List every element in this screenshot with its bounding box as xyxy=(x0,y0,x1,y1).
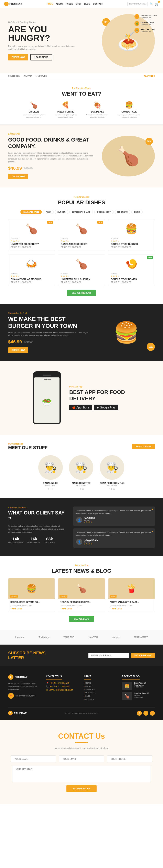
filter-all[interactable]: ALL CATEGORIES xyxy=(21,210,42,214)
newsletter-email-input[interactable] xyxy=(88,653,129,658)
staff-title: MEET OUR STUFF xyxy=(8,445,47,450)
filter-pizza[interactable]: PIZZA xyxy=(43,210,53,214)
contact-send-button[interactable]: SEND MESSAGE xyxy=(67,785,97,792)
staff-fb-icon-2[interactable]: f xyxy=(79,488,79,490)
category-combo[interactable]: 🍔 COMBO PACK Ipsum ipsum adipisicion plu… xyxy=(115,101,144,118)
filter-ice-cream[interactable]: ICE CREAM xyxy=(115,210,130,214)
youtube-link[interactable]: ▶ YOUTUBE xyxy=(36,75,47,77)
nav-link-about[interactable]: ABOUT xyxy=(56,3,63,5)
footer-link-about[interactable]: ABOUT xyxy=(84,685,117,687)
categories-tag: Top Popular Dishes xyxy=(8,87,155,89)
blog-card-1[interactable]: 🍔 24 DEC BEST BURGER IN YOUR BOI... ADMI… xyxy=(8,578,55,612)
newsletter-subscribe-button[interactable]: SUBSCRIBE NOW xyxy=(131,653,155,658)
category-pizza[interactable]: 🍕 PIZZA & DRINK Ipsum ipsum adipisicion … xyxy=(51,101,80,118)
dish-price-1: PRICE: $12.00-$18.00 xyxy=(11,246,52,248)
dish-card-4[interactable]: 🍛 COMBO ★★★★★ DHAKA POPULAR MOGHLIS PRIC… xyxy=(8,254,55,286)
staff-ig-icon-2[interactable]: in xyxy=(82,488,84,490)
author-name-1: PAVEN ROI xyxy=(84,517,95,519)
contact-message-input[interactable] xyxy=(12,766,151,782)
promo-order-button[interactable]: ORDER NOW xyxy=(8,347,28,353)
contact-subtitle: Ipsum ipsum adipisicion elit plurim adip… xyxy=(8,747,155,749)
hero-buttons: ORDER NOW LEARN MORE xyxy=(8,54,77,60)
promo-content: Special Snacks Pack WE MAKE THE BEST BUR… xyxy=(8,312,92,353)
search-input[interactable] xyxy=(127,2,148,6)
staff-tw-icon-2[interactable]: t xyxy=(80,488,81,490)
read-more-2[interactable]: + READ MORE xyxy=(60,608,103,610)
nav-link-pages[interactable]: PAGES xyxy=(66,3,73,5)
staff-tw-icon-3[interactable]: t xyxy=(111,488,112,490)
contact-name-input[interactable] xyxy=(11,755,56,763)
footer-link-services[interactable]: SERVICES xyxy=(84,688,117,690)
see-all-blog-button[interactable]: SEE ALL BLOG xyxy=(69,616,94,622)
nav-link-contact[interactable]: CONTACT xyxy=(93,3,103,5)
dish-image-2: 🍗 xyxy=(61,222,102,236)
twitter-link[interactable]: t TWITTER xyxy=(23,75,32,77)
hero-info-text-1: GREAT LOCATION adipisicion elit xyxy=(140,15,157,19)
blog-card-2[interactable]: 🍗 18 JAN 12 SPICY SEAFOOD RECIPES... ADM… xyxy=(58,578,105,612)
contact-phone-input[interactable] xyxy=(107,755,152,763)
search-icon[interactable]: 🔍 xyxy=(150,2,153,5)
author-name-2: RASALINA DE xyxy=(84,539,98,541)
staff-tw-icon[interactable]: t xyxy=(50,488,50,490)
google-play-button[interactable]: ▶ Google Play xyxy=(94,405,118,410)
author-avatar-1: 👤 xyxy=(76,517,82,523)
footer-blog-thumb-2: 🍗 xyxy=(122,692,132,700)
dish-card-3[interactable]: 🍔 BURGER ★★★★☆ DOUBLE STICK BURGER PRICE… xyxy=(108,219,155,251)
see-all-products-button[interactable]: SEE ALL PRODUCT xyxy=(67,290,96,296)
testimonials-text: Temporium cadent id labore et dolore mag… xyxy=(8,525,65,533)
footer-instagram-icon[interactable]: in xyxy=(150,711,155,716)
footer-link-menu[interactable]: OUR MENU xyxy=(84,692,117,694)
dish-card-1[interactable]: 50% 🍗 CHICKEN ★★★★★ UNLIMITED CHICKEN FR… xyxy=(8,219,55,251)
footer-twitter-icon[interactable]: t xyxy=(144,711,148,716)
staff-card-3: 👨‍🍳 YLINA PETERSON RAK HEAD CHEF f t in xyxy=(99,455,124,490)
footer-bottom-logo-text: FRUDBAZ xyxy=(14,712,27,715)
footer-addr-icon: 📍 xyxy=(8,693,14,699)
play-video-button[interactable]: PLAY VIDEO xyxy=(144,75,155,77)
nav-link-shop[interactable]: SHOP xyxy=(76,3,81,5)
filter-burger[interactable]: BURGER xyxy=(55,210,68,214)
footer-contact-2: 📞 PHONE: 0123456789 xyxy=(46,685,79,688)
dish-price-4: PRICE: $12.00-$18.00 xyxy=(11,281,52,283)
staff-fb-icon-3[interactable]: f xyxy=(110,488,110,490)
footer-link-home[interactable]: HOME xyxy=(84,682,117,684)
dish-name-3: DOUBLE STICK BURGER xyxy=(111,243,152,245)
category-chicken[interactable]: 🍗 CHICKEN Ipsum ipsum adipisicion plurim… xyxy=(19,101,48,118)
footer-facebook-icon[interactable]: f xyxy=(137,711,142,716)
staff-ig-icon-3[interactable]: in xyxy=(113,488,115,490)
dish-card-6[interactable]: NEW 🍤 SNACKS ★★★★☆ DOUBLE STICK BONIES P… xyxy=(108,254,155,286)
dish-card-2[interactable]: 50% 🍗 CHICKEN ★★★★★ BANGLADESH CHICKEN P… xyxy=(58,219,105,251)
filter-chicken-soup[interactable]: CHICKEN SOUP xyxy=(94,210,114,214)
nav-link-home[interactable]: HOME xyxy=(47,3,53,5)
category-box-meals[interactable]: 🍖 BOX MEALS Ipsum ipsum adipisicion plur… xyxy=(83,101,112,118)
cart-button[interactable]: 🛒 2 xyxy=(155,2,159,6)
footer-blog-1[interactable]: 🍔 Great Food of Anywhere... 24 DEC 2020 xyxy=(122,682,155,690)
footer-blog-2[interactable]: 🍗 Amazing Taste Of Food... 18 JAN 2020 xyxy=(122,692,155,700)
filter-shake[interactable]: BLUEBERRY SHAKE xyxy=(69,210,93,214)
footer-phone2-icon: 📞 xyxy=(46,685,48,688)
hero-content: Delicious & Inspiring Burger ARE YOU HUN… xyxy=(8,21,77,60)
offer-order-button[interactable]: ORDER NOW xyxy=(8,174,28,179)
read-more-1[interactable]: + READ MORE xyxy=(10,608,52,610)
read-more-3[interactable]: + READ MORE xyxy=(111,608,153,610)
footer-link-blog[interactable]: BLOG xyxy=(84,695,117,697)
special-offer-section: Special Offer GOOD FOOD, DRINKS & GREAT … xyxy=(0,125,163,187)
facebook-link[interactable]: f FACEBOOK xyxy=(8,75,19,77)
footer-link-contact[interactable]: CONTACT xyxy=(84,698,117,700)
order-now-button[interactable]: ORDER NOW xyxy=(8,54,28,60)
contact-email-input[interactable] xyxy=(59,755,104,763)
staff-ig-icon[interactable]: in xyxy=(51,488,53,490)
stat-dishes-label: DISHES MAKING xyxy=(28,541,41,543)
staff-fb-icon[interactable]: f xyxy=(48,488,49,490)
blog-card-3[interactable]: 🍟 5 FEB WHO'S WINNING THE FAST... ADMIN … xyxy=(108,578,155,612)
see-all-staff-button[interactable]: SEE ALL STAFF xyxy=(132,444,155,449)
partners-section: logotype Turbologz TERREÑO HAXTON durgas… xyxy=(0,630,163,645)
nav-link-blog[interactable]: BLOG xyxy=(84,3,90,5)
dish-stars-1: ★★★★★ xyxy=(11,240,52,242)
filter-drink[interactable]: DRINK xyxy=(131,210,142,214)
app-store-button[interactable]: 🍎 App Store xyxy=(69,405,92,410)
dish-card-5[interactable]: 🍗 CHICKEN ★★★★★ UNLIMITED FULL CHICKEN P… xyxy=(58,254,105,286)
stat-food-news-label: FOOD NEWS xyxy=(44,541,54,543)
social-bar: f FACEBOOK t TWITTER ▶ YOUTUBE PLAY VIDE… xyxy=(0,73,163,79)
footer-logo-text: FRUDBAZ xyxy=(15,676,28,679)
learn-more-button[interactable]: LEARN MORE xyxy=(30,54,52,60)
